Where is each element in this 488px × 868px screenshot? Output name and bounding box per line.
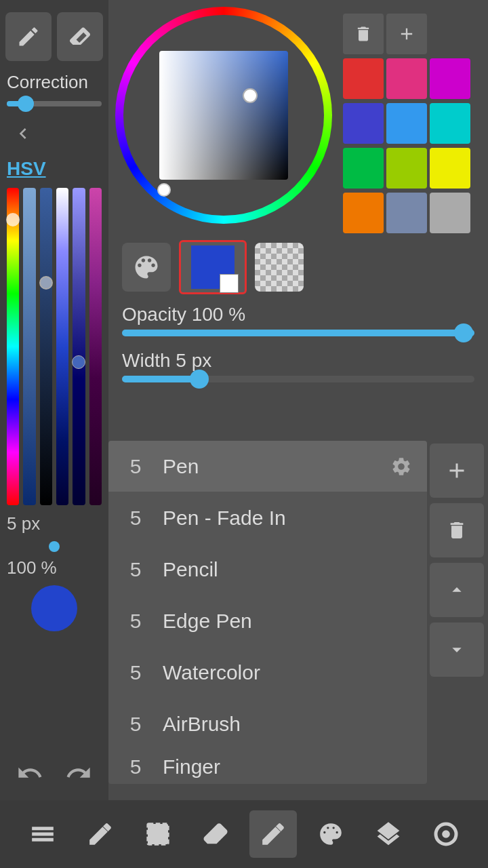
brush-name-edge-pen: Edge Pen <box>163 610 413 633</box>
select-button[interactable] <box>134 810 182 858</box>
correction-label: Correction <box>0 66 108 96</box>
brush-item-watercolor[interactable]: 5 Watercolor <box>108 647 427 698</box>
brush-list-section: 5 Pen 5 Pen - Fade In 5 Pencil 5 Edge Pe… <box>108 441 427 800</box>
pen-tool-button[interactable] <box>5 12 52 61</box>
eraser-tool-button[interactable] <box>57 12 103 61</box>
brush-item-airbrush[interactable]: 5 AirBrush <box>108 698 427 750</box>
color-sliders <box>0 184 108 509</box>
brush-item-pen-fade[interactable]: 5 Pen - Fade In <box>108 492 427 544</box>
brush-number-watercolor: 5 <box>122 661 149 684</box>
layers-button[interactable] <box>365 810 412 858</box>
swatch-blue[interactable] <box>343 103 384 144</box>
correction-slider[interactable] <box>0 96 108 113</box>
svg-point-1 <box>443 831 449 837</box>
brush-gear-pen[interactable] <box>389 454 413 479</box>
swatch-slate[interactable] <box>386 193 427 233</box>
collapse-button[interactable] <box>3 113 43 154</box>
eraser-button[interactable] <box>192 810 239 858</box>
redo-button[interactable] <box>58 753 99 793</box>
swatch-cyan[interactable] <box>430 103 470 144</box>
brush-name-pen-fade: Pen - Fade In <box>163 507 413 530</box>
brush-number-pen-fade: 5 <box>122 507 149 530</box>
palette-delete-button[interactable] <box>343 14 384 54</box>
brush-move-up-button[interactable] <box>430 563 484 617</box>
brush-number-airbrush: 5 <box>122 713 149 736</box>
solid-color-button[interactable] <box>179 240 247 294</box>
brush-name-airbrush: AirBrush <box>163 713 413 736</box>
edit-button[interactable] <box>77 810 124 858</box>
brush-number-edge-pen: 5 <box>122 610 149 633</box>
brush-number-finger: 5 <box>122 755 149 778</box>
palette-section <box>343 7 469 233</box>
transparent-color-button[interactable] <box>255 243 304 292</box>
brush-item-pen[interactable]: 5 Pen <box>108 441 427 492</box>
hsv-tab[interactable]: HSV <box>0 154 108 184</box>
bottom-toolbar <box>0 800 488 868</box>
blue-slider[interactable] <box>56 188 68 505</box>
swatch-orange[interactable] <box>343 193 384 233</box>
swatch-red[interactable] <box>343 58 384 99</box>
color-palette-button[interactable] <box>307 810 354 858</box>
hue-slider[interactable] <box>7 188 19 505</box>
sidebar-tools <box>0 7 108 66</box>
color-wheel[interactable] <box>115 7 332 224</box>
size-label: 5 px <box>0 509 108 538</box>
purple-slider[interactable] <box>89 188 102 505</box>
brush-item-edge-pen[interactable]: 5 Edge Pen <box>108 595 427 647</box>
brush-name-pen: Pen <box>163 455 389 478</box>
palette-add-button[interactable] <box>386 14 427 54</box>
pen-active-button[interactable] <box>249 810 297 858</box>
swatch-lightblue[interactable] <box>386 103 427 144</box>
left-sidebar: Correction HSV 5 px 100 % <box>0 0 108 814</box>
width-slider[interactable] <box>122 376 474 382</box>
brush-item-pencil[interactable]: 5 Pencil <box>108 544 427 595</box>
brush-add-button[interactable] <box>430 443 484 498</box>
color-wheel-outer-thumb[interactable] <box>157 183 171 197</box>
color-mode-row <box>108 233 488 301</box>
menu-button[interactable] <box>19 810 66 858</box>
brush-name-pencil: Pencil <box>163 558 413 581</box>
color-wheel-inner-thumb[interactable] <box>243 88 258 103</box>
opacity-slider[interactable] <box>122 330 474 336</box>
brush-name-watercolor: Watercolor <box>163 661 413 684</box>
brush-move-down-button[interactable] <box>430 623 484 677</box>
undo-redo-area <box>0 746 108 800</box>
settings-button[interactable] <box>422 810 470 858</box>
swatch-magenta[interactable] <box>430 58 470 99</box>
brush-number-pencil: 5 <box>122 558 149 581</box>
value-slider[interactable] <box>40 188 52 505</box>
brush-name-finger: Finger <box>163 755 413 778</box>
swatch-gray[interactable] <box>430 193 470 233</box>
width-slider-section: Width 5 px <box>108 347 488 385</box>
undo-button[interactable] <box>9 753 50 793</box>
extra-slider[interactable] <box>73 188 85 505</box>
brush-actions <box>427 441 488 679</box>
width-label: Width 5 px <box>122 350 474 372</box>
brush-number-pen: 5 <box>122 455 149 478</box>
svg-rect-0 <box>148 824 168 844</box>
swatch-green[interactable] <box>343 148 384 189</box>
brush-list: 5 Pen 5 Pen - Fade In 5 Pencil 5 Edge Pe… <box>108 441 427 784</box>
brush-item-finger[interactable]: 5 Finger <box>108 750 427 784</box>
swatch-yellow[interactable] <box>430 148 470 189</box>
saturation-slider[interactable] <box>23 188 35 505</box>
color-wheel-section <box>108 0 488 233</box>
size-dot <box>49 541 60 552</box>
palette-icon-button[interactable] <box>122 243 171 292</box>
color-preview-circle[interactable] <box>31 585 77 631</box>
swatch-lime[interactable] <box>386 148 427 189</box>
opacity-label: Opacity 100 % <box>122 304 474 326</box>
percent-label: 100 % <box>0 555 108 581</box>
brush-delete-button[interactable] <box>430 503 484 557</box>
swatch-pink[interactable] <box>386 58 427 99</box>
opacity-slider-section: Opacity 100 % <box>108 301 488 339</box>
